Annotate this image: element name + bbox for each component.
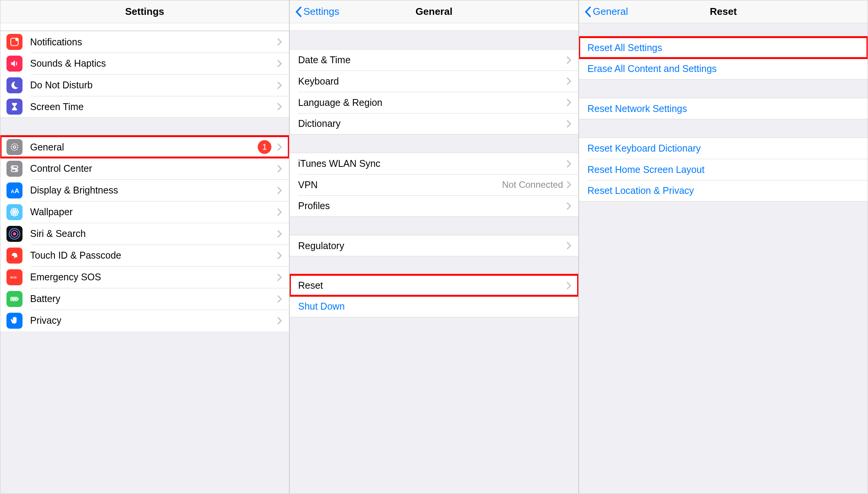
row-datetime[interactable]: Date & Time [290,49,578,70]
row-label: Do Not Disturb [30,80,277,91]
row-label: Reset Keyboard Dictionary [587,143,861,154]
row-reset-home[interactable]: Reset Home Screen Layout [579,159,868,180]
row-dictionary[interactable]: Dictionary [290,113,578,134]
row-touchid[interactable]: Touch ID & Passcode [0,245,289,266]
row-sos[interactable]: SOS Emergency SOS [0,266,289,288]
row-language[interactable]: Language & Region [290,92,578,113]
row-label: Emergency SOS [30,272,277,283]
chevron-right-icon [566,241,571,250]
row-itunessync[interactable]: iTunes WLAN Sync [290,153,578,174]
row-label: General [30,142,258,153]
svg-point-2 [11,144,18,150]
back-label: General [593,6,628,18]
siri-icon [6,226,22,242]
row-profiles[interactable]: Profiles [290,195,578,217]
row-label: VPN [298,179,502,190]
partial-row-top [290,23,578,31]
row-detail: Not Connected [502,179,563,190]
row-label: Profiles [298,200,566,211]
row-label: Dictionary [298,118,566,129]
row-label: Reset Network Settings [587,103,861,114]
row-dnd[interactable]: Do Not Disturb [0,74,289,96]
row-reset-network[interactable]: Reset Network Settings [579,98,868,119]
chevron-right-icon [566,120,571,128]
row-notifications[interactable]: Notifications [0,31,289,53]
row-label: Reset All Settings [587,42,861,53]
row-screentime[interactable]: Screen Time [0,96,289,118]
chevron-right-icon [277,295,282,303]
row-sounds[interactable]: Sounds & Haptics [0,53,289,74]
general-list: Date & Time Keyboard Language & Region D… [290,23,578,494]
sos-icon: SOS [6,269,22,285]
row-label: Screen Time [30,101,277,112]
text-size-icon: AA [6,182,22,198]
page-title: Settings [0,6,289,18]
row-label: Control Center [30,163,277,174]
chevron-right-icon [277,273,282,281]
svg-point-16 [16,209,18,211]
navbar-general: Settings General [290,0,578,23]
battery-icon [6,291,22,307]
chevron-right-icon [277,143,282,151]
navbar-reset: General Reset [579,0,868,23]
row-general[interactable]: General 1 [0,136,289,158]
flower-icon [6,204,22,220]
chevron-right-icon [566,77,571,85]
row-keyboard[interactable]: Keyboard [290,70,578,92]
row-siri[interactable]: Siri & Search [0,223,289,245]
chevron-right-icon [277,317,282,325]
chevron-right-icon [566,98,571,107]
svg-point-7 [15,169,17,171]
row-wallpaper[interactable]: Wallpaper [0,201,289,223]
back-button[interactable]: Settings [294,5,339,18]
row-label: Regulatory [298,240,566,251]
settings-panel: Settings Notifications Sounds & Haptics … [0,0,289,494]
row-label: Date & Time [298,54,566,66]
row-controlcenter[interactable]: Control Center [0,158,289,179]
row-label: Sounds & Haptics [30,58,277,69]
toggles-icon [6,161,22,177]
row-label: iTunes WLAN Sync [298,158,566,169]
row-reset-keyboard-dict[interactable]: Reset Keyboard Dictionary [579,137,868,159]
row-shutdown[interactable]: Shut Down [290,296,578,317]
row-label: Touch ID & Passcode [30,250,277,261]
row-label: Siri & Search [30,228,277,239]
svg-point-15 [11,209,13,211]
chevron-right-icon [277,165,282,173]
chevron-right-icon [277,208,282,216]
svg-text:A: A [11,188,14,194]
row-erase-all[interactable]: Erase All Content and Settings [579,58,868,80]
row-reset[interactable]: Reset [290,275,578,296]
row-label: Keyboard [298,76,566,87]
notifications-icon [6,34,22,50]
row-label: Reset Home Screen Layout [587,164,861,175]
chevron-right-icon [566,181,571,189]
svg-point-17 [11,213,13,215]
row-label: Notifications [30,37,277,48]
row-reset-all-settings[interactable]: Reset All Settings [579,37,868,58]
row-regulatory[interactable]: Regulatory [290,235,578,256]
hand-icon [6,313,22,329]
row-battery[interactable]: Battery [0,288,289,310]
row-vpn[interactable]: VPN Not Connected [290,174,578,195]
row-privacy[interactable]: Privacy [0,310,289,331]
svg-rect-25 [18,298,19,299]
navbar-settings: Settings [0,0,289,23]
back-button[interactable]: General [584,5,628,18]
partial-row-top [0,23,289,31]
notification-badge: 1 [258,140,271,154]
row-reset-location[interactable]: Reset Location & Privacy [579,180,868,201]
gear-icon [6,139,22,155]
chevron-right-icon [277,186,282,195]
row-display[interactable]: AA Display & Brightness [0,179,289,201]
hourglass-icon [6,99,22,115]
svg-point-18 [16,213,18,215]
row-label: Reset Location & Privacy [587,185,861,196]
chevron-right-icon [566,160,571,168]
reset-list: Reset All Settings Erase All Content and… [579,23,868,494]
row-label: Erase All Content and Settings [587,63,861,74]
row-label: Language & Region [298,97,566,108]
chevron-right-icon [277,81,282,90]
back-label: Settings [303,6,339,18]
chevron-right-icon [277,230,282,238]
